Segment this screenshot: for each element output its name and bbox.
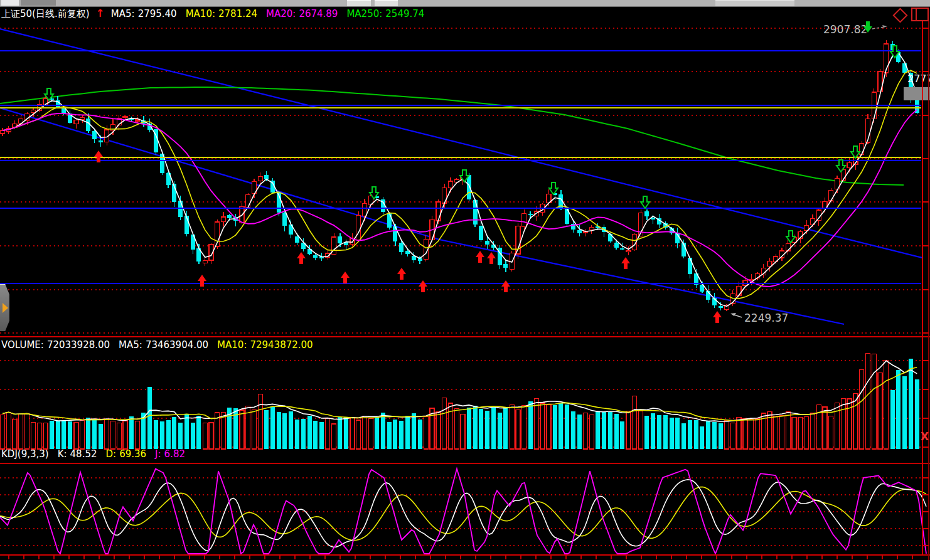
volume-value: VOLUME:72033928.00 bbox=[1, 339, 110, 351]
ma5-indicator: MA5:2795.40 bbox=[111, 8, 177, 20]
buy-arrow-icon bbox=[397, 268, 406, 280]
ma20-indicator: MA20:2674.89 bbox=[266, 8, 338, 20]
kdj-name: KDJ(9,3,3) bbox=[1, 448, 49, 460]
buy-arrow-icon bbox=[198, 275, 206, 287]
chart-title: 上证50(日线.前复权) bbox=[1, 8, 90, 20]
chrome-toolbar-button[interactable] bbox=[347, 0, 371, 6]
restore-window-icon[interactable] bbox=[911, 8, 929, 21]
window-chrome bbox=[0, 0, 930, 7]
sidebar-expander-tab[interactable] bbox=[0, 284, 9, 331]
main-chart-header: 上证50(日线.前复权) ↑ MA5:2795.40 MA10:2781.24 … bbox=[1, 7, 424, 20]
high-price-annotation: 2907.82 bbox=[823, 23, 867, 36]
chrome-segment bbox=[1, 0, 19, 6]
ma250-indicator: MA250:2549.74 bbox=[346, 8, 424, 20]
window-icon-divider bbox=[916, 9, 917, 20]
low-price-annotation: 2249.37 bbox=[744, 312, 788, 324]
close-panel-icon[interactable]: X bbox=[921, 430, 929, 443]
buy-arrow-icon bbox=[713, 311, 722, 323]
sell-arrow-icon bbox=[641, 196, 649, 208]
buy-arrow-icon bbox=[621, 257, 630, 269]
volume-ma5: MA5:73463904.00 bbox=[119, 339, 208, 351]
volume-ma10: MA10:72943872.00 bbox=[217, 339, 313, 351]
kdj-k-value: K:48.52 bbox=[58, 448, 97, 460]
kdj-header: KDJ(9,3,3) K:48.52 D:69.36 J:6.82 bbox=[1, 448, 185, 460]
sell-arrow-icon bbox=[851, 146, 860, 158]
current-price-label: 2777 bbox=[907, 73, 930, 85]
price-label-box bbox=[904, 87, 930, 100]
buy-arrow-icon bbox=[487, 252, 496, 264]
buy-arrow-icon bbox=[341, 272, 350, 283]
volume-header: VOLUME:72033928.00 MA5:73463904.00 MA10:… bbox=[1, 339, 313, 351]
expand-arrow-icon bbox=[3, 303, 8, 313]
buy-arrow-icon bbox=[501, 280, 510, 292]
kdj-j-value: J:6.82 bbox=[155, 448, 185, 460]
buy-arrow-icon bbox=[297, 252, 306, 264]
sell-arrow-icon bbox=[549, 182, 558, 194]
chrome-toolbar-button[interactable] bbox=[375, 0, 398, 6]
buy-arrow-icon bbox=[476, 251, 484, 263]
ma10-indicator: MA10:2781.24 bbox=[186, 8, 257, 20]
kdj-d-value: D:69.36 bbox=[106, 448, 147, 460]
buy-signal-arrow-icon: ↑ bbox=[96, 7, 105, 19]
buy-arrow-icon bbox=[419, 280, 427, 292]
main-chart[interactable]: 2907.822249.372777 bbox=[0, 0, 930, 560]
trading-app: { "header": { "title": "上证50(日线.前复权)", "… bbox=[0, 0, 930, 560]
chrome-segment bbox=[715, 0, 794, 6]
chrome-segment bbox=[21, 0, 56, 6]
